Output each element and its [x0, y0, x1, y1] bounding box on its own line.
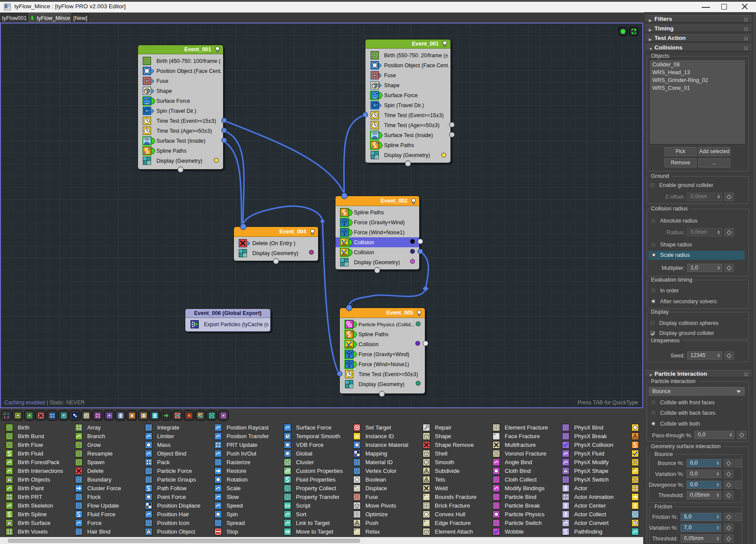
svg-text:C#: C#: [285, 504, 290, 508]
svg-text:ID: ID: [355, 434, 359, 439]
